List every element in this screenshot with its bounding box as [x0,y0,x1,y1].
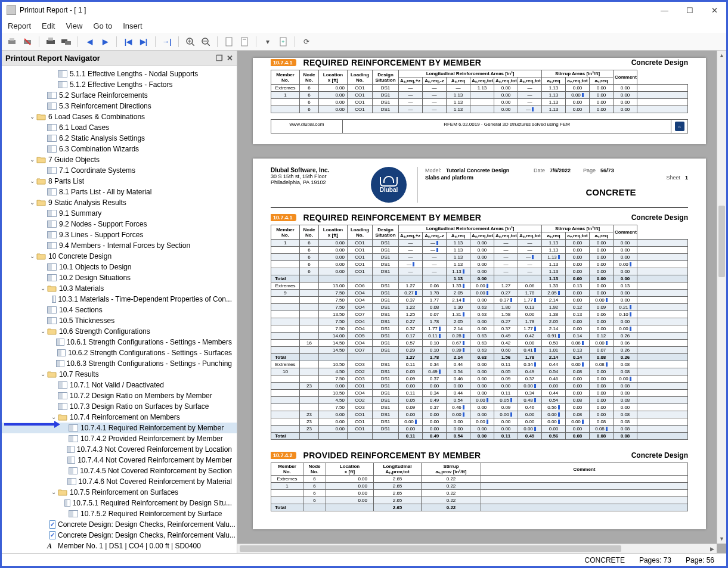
tree-item[interactable]: 10.7.3 Design Ratio on Surfaces by Surfa… [2,401,237,412]
nav-first-icon[interactable]: |◀ [122,35,135,48]
tree-item[interactable]: 9.3 Lines - Support Forces [2,229,237,240]
tree-item[interactable]: 10.6.2 Strength Configurations - Setting… [2,347,237,358]
tree-item[interactable]: 9.4 Members - Internal Forces by Section [2,240,237,251]
refresh-icon[interactable]: ⟳ [300,35,313,48]
tree-item[interactable]: 6.1 Load Cases [2,122,237,133]
section-module: Concrete Design [631,451,688,460]
svg-rect-5 [48,38,53,41]
tree-label: Concrete Design: Design Checks, Reinforc… [58,530,236,541]
printer-multi-icon[interactable] [60,35,73,48]
tree-item[interactable]: AMember No. 1 | DS1 | CO4 | 0.00 ft | SD… [2,541,237,551]
tree-item[interactable]: 9.2 Nodes - Support Forces [2,219,237,229]
tree-item[interactable]: 10.7.4.2 Provided Reinforcement by Membe… [2,433,237,444]
page-new-icon[interactable]: + [277,35,290,48]
zoom-in-icon[interactable] [184,35,197,48]
printer-icon[interactable] [44,35,57,48]
menu-edit[interactable]: Edit [42,21,55,30]
undock-icon[interactable]: ❐ [216,54,223,63]
dropdown-icon[interactable]: ▾ [261,35,274,48]
tree-label: 10.6.2 Strength Configurations - Setting… [68,347,232,358]
tree-item[interactable]: 10.7.1 Not Valid / Deactivated [2,380,237,390]
table-icon [56,339,64,346]
tree-item[interactable]: ✓Concrete Design: Design Checks, Reinfor… [2,519,237,530]
section-module: Concrete Design [631,58,688,67]
tree-item[interactable]: 5.1.1 Effective Lengths - Nodal Supports [2,69,237,79]
tree-item[interactable]: 6.3 Combination Wizards [2,144,237,154]
tree-item[interactable]: 10.6.1 Strength Configurations - Setting… [2,337,237,347]
tree-label: 10.7.5.2 Required Reinforcement by Surfa… [80,508,222,519]
tree-item[interactable]: ⌄10 Concrete Design [2,251,237,262]
tree-item[interactable]: 5.1.2 Effective Lengths - Factors [2,79,237,90]
tree-item[interactable]: 5.3 Reinforcement Directions [2,101,237,111]
zoom-out-icon[interactable] [199,35,212,48]
tree-item[interactable]: 5.2 Surface Reinforcements [2,90,237,101]
tree-label: 10.7.4 Reinforcement on Members [70,412,180,423]
horizontal-scrollbar[interactable]: ◀ ▶ [237,544,717,553]
nav-prev-icon[interactable]: ◀ [83,35,96,48]
nav-last-icon[interactable]: ▶| [137,35,150,48]
menu-view[interactable]: View [66,21,82,30]
tree-item[interactable]: ⌄10.3 Materials [2,283,237,294]
tree-item[interactable]: 10.3.1 Materials - Time-Dependent Proper… [2,294,237,305]
tree-item[interactable]: ✓Concrete Design: Design Checks, Reinfor… [2,530,237,541]
tree-item[interactable]: ⌄6 Load Cases & Combinations [2,111,237,122]
page-footer-band: www.dlubal.com RFEM 6.02.0019 - General … [271,119,688,134]
tree-item[interactable]: 10.7.4.6 Not Covered Reinforcement by Ma… [2,476,237,487]
tree-label: 5.2 Surface Reinforcements [59,90,148,101]
scroll-thumb[interactable] [718,206,725,277]
menu-insert[interactable]: Insert [123,21,142,30]
panel-close-icon[interactable]: ✕ [227,54,233,63]
minimize-button[interactable]: — [657,5,672,16]
page-alt-icon[interactable] [238,35,251,48]
table-icon [47,274,57,281]
tree-label: 9.3 Lines - Support Forces [59,229,143,240]
table-icon [47,242,57,249]
maximize-button[interactable]: ☐ [683,5,697,16]
tree-label: 10.3.1 Materials - Time-Dependent Proper… [58,294,232,305]
tree-item[interactable]: 10.7.5.1 Required Reinforcement by Desig… [2,498,237,508]
goto-icon[interactable]: →| [160,35,174,48]
section-tag: 10.7.4.2 [271,452,296,459]
svg-rect-15 [226,38,232,46]
table-icon [52,296,55,303]
tree-item[interactable]: 7.1 Coordinate Systems [2,165,237,176]
tree-label: 7.1 Coordinate Systems [59,165,135,176]
tree-item[interactable]: ⌄8 Parts List [2,176,237,187]
vertical-scrollbar[interactable]: ▲ ▼ [717,51,726,544]
nav-next-icon[interactable]: ▶ [98,35,111,48]
print-icon[interactable] [5,35,18,48]
tree-item[interactable]: ⌄7 Guide Objects [2,154,237,165]
page-icon[interactable] [222,35,236,48]
tree-item[interactable]: ⌄10.7.4 Reinforcement on Members [2,412,237,423]
tree-item[interactable]: 9.1 Summary [2,208,237,219]
menu-report[interactable]: Report [8,21,31,30]
tree-item[interactable]: 10.7.4.1 Required Reinforcement by Membe… [2,423,237,433]
tree-item[interactable]: 10.2 Design Situations [2,272,237,283]
tree-item[interactable]: 6.2 Static Analysis Settings [2,133,237,144]
tree-item[interactable]: 10.7.4.5 Not Covered Reinforcement by Se… [2,465,237,476]
scroll-right-icon[interactable]: ▶ [707,544,717,553]
tree-item[interactable]: 10.7.4.3 Not Covered Reinforcement by Lo… [2,444,237,455]
tree-item[interactable]: 8.1 Parts List - All by Material [2,187,237,197]
table-icon [47,188,57,195]
tree-item[interactable]: ⌄10.6 Strength Configurations [2,326,237,337]
tree-item[interactable]: 10.7.4.4 Not Covered Reinforcement by Me… [2,455,237,465]
tree-item[interactable]: ⌄9 Static Analysis Results [2,197,237,208]
svg-text:+: + [281,39,284,45]
tree-item[interactable]: 10.1 Objects to Design [2,262,237,272]
scroll-down-icon[interactable]: ▼ [717,534,726,544]
menu-goto[interactable]: Go to [93,21,112,30]
section-title: PROVIDED REINFORCEMENT BY MEMBER [303,451,481,460]
close-button[interactable]: ✕ [708,5,721,16]
tree-item[interactable]: 10.6.3 Strength Configurations - Setting… [2,358,237,369]
tree-item[interactable]: ⌄10.7 Results [2,369,237,380]
table-icon [47,231,57,238]
scroll-up-icon[interactable]: ▲ [717,51,726,60]
print-cancel-icon[interactable] [21,35,34,48]
tree-item[interactable]: 10.7.5.2 Required Reinforcement by Surfa… [2,508,237,519]
scroll-thumb-h[interactable] [240,545,621,552]
tree-item[interactable]: 10.5 Thicknesses [2,315,237,326]
tree-item[interactable]: 10.7.2 Design Ratio on Members by Member [2,390,237,401]
tree-item[interactable]: 10.4 Sections [2,305,237,315]
tree-item[interactable]: ⌄10.7.5 Reinforcement on Surfaces [2,487,237,498]
